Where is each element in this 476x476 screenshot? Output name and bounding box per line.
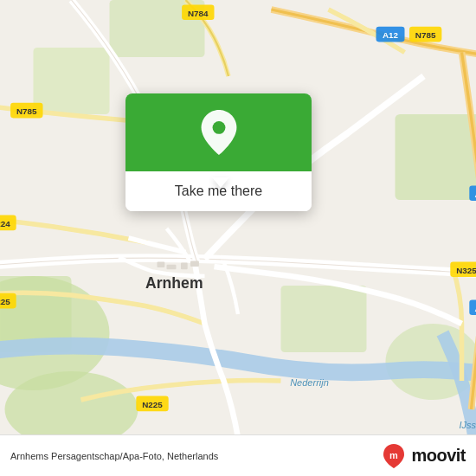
svg-rect-32 [158, 262, 165, 268]
svg-text:IJssel: IJssel [459, 420, 476, 430]
svg-text:Nederrijn: Nederrijn [290, 377, 329, 388]
svg-text:N784: N784 [188, 9, 209, 18]
svg-text:N225: N225 [142, 400, 163, 409]
svg-text:N785: N785 [415, 30, 436, 40]
moovit-logo: m moovit [382, 444, 466, 468]
svg-rect-35 [190, 261, 199, 267]
moovit-text: moovit [411, 446, 466, 466]
svg-text:N325: N325 [456, 266, 476, 275]
svg-point-36 [212, 121, 225, 134]
moovit-icon: m [382, 444, 406, 468]
svg-text:A12: A12 [383, 30, 399, 40]
svg-rect-8 [34, 48, 110, 114]
svg-rect-34 [181, 263, 188, 270]
svg-text:N224: N224 [0, 219, 10, 228]
map-container: N784 A12 N785 N785 N224 N225 N225 A12 A1… [0, 0, 476, 476]
map-svg: N784 A12 N785 N785 N224 N225 N225 A12 A1… [0, 0, 476, 476]
location-pin-icon [200, 110, 238, 155]
svg-rect-5 [396, 114, 477, 200]
svg-text:Arnhem: Arnhem [145, 274, 203, 292]
attribution-text: Arnhems Persagentschap/Apa-Foto, Netherl… [10, 451, 218, 461]
popup-green-area [125, 93, 312, 171]
svg-rect-33 [167, 265, 177, 270]
svg-text:N785: N785 [16, 106, 37, 116]
bottom-bar: Arnhems Persagentschap/Apa-Foto, Netherl… [0, 434, 476, 476]
popup-card: Take me there [125, 93, 312, 211]
svg-text:N225: N225 [0, 297, 10, 306]
svg-text:m: m [390, 450, 399, 460]
popup-tail [212, 177, 229, 188]
svg-rect-4 [281, 286, 367, 352]
